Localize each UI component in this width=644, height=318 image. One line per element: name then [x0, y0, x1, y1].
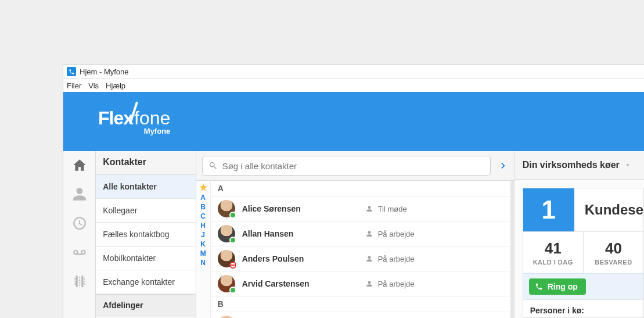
alpha-j[interactable]: J	[201, 231, 205, 239]
next-arrow-icon[interactable]	[498, 160, 508, 171]
contacts-body: ★ A B C H J K M N A	[196, 181, 514, 318]
stat-answered: 40 BESVARED	[584, 232, 643, 273]
main-layout: Kontakter Alle kontakter Kollegaer Fælle…	[63, 151, 644, 318]
presence-indicator	[229, 212, 236, 219]
dialpad-icon[interactable]	[71, 273, 88, 290]
contact-name: Allan Hansen	[242, 229, 358, 238]
title-bar: Hjem - Myfone	[63, 65, 644, 79]
alpha-k[interactable]: K	[200, 240, 206, 248]
voicemail-icon[interactable]	[71, 244, 88, 260]
alpha-n[interactable]: N	[200, 259, 206, 267]
sidebar-title: Kontakter	[96, 151, 195, 175]
brand-word-flex: Flex	[98, 108, 133, 129]
presence-indicator	[229, 237, 236, 244]
presence-indicator	[229, 262, 236, 269]
avatar	[218, 250, 235, 267]
contact-row[interactable]: Anders Poulsen På arbejde	[211, 246, 510, 271]
queue-top: 1 Kundese	[523, 188, 643, 231]
window-title: Hjem - Myfone	[80, 67, 129, 76]
alpha-c[interactable]: C	[200, 212, 206, 220]
brand-logo: Flex fone Myfone	[98, 108, 170, 135]
queue-name: Kundese	[574, 188, 643, 231]
phone-icon	[535, 283, 543, 291]
stat-value: 40	[605, 240, 622, 258]
contact-row[interactable]: Alice Sørensen Til møde	[211, 196, 510, 221]
person-icon[interactable]	[71, 186, 88, 202]
app-window: Hjem - Myfone Filer Vis Hjælp Flex fone …	[63, 64, 644, 318]
search-row	[196, 151, 514, 181]
center-column: ★ A B C H J K M N A	[196, 151, 515, 318]
contacts-list[interactable]: A Alice Sørensen Til møde	[210, 181, 514, 318]
queues-header[interactable]: Din virksomheds køer	[515, 151, 644, 180]
contact-status: På arbejde	[365, 255, 415, 263]
group-header-a: A	[211, 181, 510, 196]
search-box[interactable]	[202, 156, 491, 176]
sidebar-item-shared-book[interactable]: Fælles kontaktbog	[96, 223, 195, 246]
person-icon	[365, 205, 373, 213]
alpha-h[interactable]: H	[200, 221, 206, 230]
call-button-label: Ring op	[548, 282, 578, 291]
person-icon	[365, 280, 373, 288]
menu-help[interactable]: Hjælp	[106, 81, 125, 90]
right-column: Din virksomheds køer 1 Kundese 41 KALD I…	[515, 151, 644, 318]
group-header-b: B	[211, 296, 510, 312]
search-input[interactable]	[222, 161, 484, 171]
queue-number: 1	[523, 188, 574, 231]
alpha-rail: ★ A B C H J K M N	[196, 181, 210, 318]
alpha-m[interactable]: M	[200, 249, 206, 258]
sidebar-item-mobile[interactable]: Mobilkontakter	[96, 246, 195, 270]
contact-row[interactable]: Allan Hansen På arbejde	[211, 221, 510, 246]
alpha-b[interactable]: B	[200, 203, 206, 211]
person-icon	[365, 255, 373, 263]
brand-word-fone: fone	[134, 108, 170, 129]
contact-name: Alice Sørensen	[242, 204, 358, 213]
sidebar-item-colleagues[interactable]: Kollegaer	[96, 199, 195, 223]
queues-title: Din virksomheds køer	[523, 160, 620, 170]
contact-row[interactable]: Birthe Jensen Fri	[211, 312, 510, 318]
menu-view[interactable]: Vis	[88, 81, 99, 90]
avatar	[218, 225, 235, 242]
queue-actions: Ring op	[523, 273, 643, 299]
presence-indicator	[229, 287, 236, 294]
alpha-a[interactable]: A	[200, 194, 206, 202]
avatar	[218, 316, 235, 318]
stat-value: 41	[545, 240, 562, 258]
sidebar: Kontakter Alle kontakter Kollegaer Fælle…	[96, 151, 196, 318]
nav-rail	[63, 151, 96, 318]
menu-bar: Filer Vis Hjælp	[63, 79, 644, 92]
app-icon	[67, 67, 76, 76]
contact-status: På arbejde	[365, 280, 415, 288]
stat-label: KALD I DAG	[533, 259, 573, 266]
person-icon	[365, 230, 373, 238]
clock-icon[interactable]	[71, 215, 88, 231]
stat-calls-today: 41 KALD I DAG	[523, 232, 584, 273]
avatar	[218, 275, 235, 292]
contact-name: Anders Poulsen	[242, 254, 358, 263]
contact-status: På arbejde	[365, 230, 415, 238]
avatar	[218, 200, 235, 217]
queue-stats: 41 KALD I DAG 40 BESVARED	[523, 231, 643, 273]
brand-subtitle: Myfone	[144, 127, 171, 135]
home-icon[interactable]	[71, 157, 88, 173]
brand-banner: Flex fone Myfone	[63, 92, 644, 151]
contact-name: Arvid Carstensen	[242, 279, 358, 288]
search-icon	[208, 161, 218, 170]
menu-file[interactable]: Filer	[67, 81, 81, 90]
call-button[interactable]: Ring op	[529, 278, 586, 295]
chevron-down-icon	[624, 162, 631, 169]
sidebar-item-exchange[interactable]: Exchange kontakter	[96, 270, 195, 294]
queue-card: 1 Kundese 41 KALD I DAG 40 BESVARED	[523, 188, 644, 318]
star-icon[interactable]: ★	[199, 183, 207, 192]
contact-row[interactable]: Arvid Carstensen På arbejde	[211, 271, 510, 296]
sidebar-item-all-contacts[interactable]: Alle kontakter	[96, 175, 195, 199]
stat-label: BESVARED	[595, 259, 632, 266]
queue-footer: Personer i kø:	[523, 299, 643, 318]
sidebar-section-departments[interactable]: Afdelinger	[96, 294, 195, 316]
contact-status: Til møde	[365, 205, 407, 213]
